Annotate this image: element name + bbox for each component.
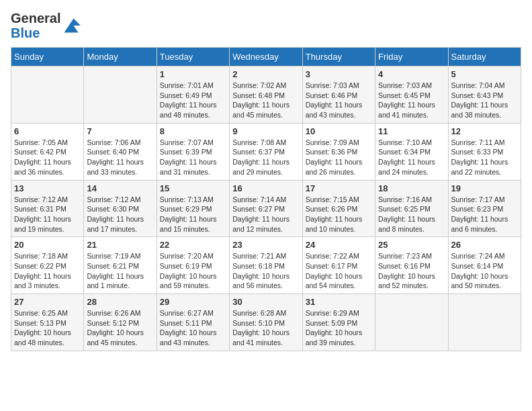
day-info: Sunrise: 7:24 AM Sunset: 6:14 PM Dayligh… [451,251,518,291]
day-info: Sunrise: 7:12 AM Sunset: 6:31 PM Dayligh… [14,195,81,234]
calendar-cell: 1Sunrise: 7:01 AM Sunset: 6:49 PM Daylig… [157,66,229,124]
calendar-cell: 26Sunrise: 7:24 AM Sunset: 6:14 PM Dayli… [448,237,521,294]
day-number: 28 [87,297,153,307]
day-info: Sunrise: 7:08 AM Sunset: 6:37 PM Dayligh… [232,138,299,177]
day-number: 8 [160,126,226,136]
calendar-cell: 2Sunrise: 7:02 AM Sunset: 6:48 PM Daylig… [230,66,302,124]
day-number: 1 [160,69,226,79]
day-number: 3 [306,69,372,79]
week-row-3: 13Sunrise: 7:12 AM Sunset: 6:31 PM Dayli… [11,180,521,237]
day-number: 24 [306,240,372,250]
day-number: 27 [14,297,81,307]
calendar-cell: 31Sunrise: 6:29 AM Sunset: 5:09 PM Dayli… [302,294,375,351]
day-of-week-tuesday: Tuesday [157,48,229,66]
day-info: Sunrise: 6:29 AM Sunset: 5:09 PM Dayligh… [306,308,372,348]
day-info: Sunrise: 7:06 AM Sunset: 6:40 PM Dayligh… [87,138,153,177]
day-number: 20 [14,240,81,250]
day-of-week-wednesday: Wednesday [230,48,302,66]
day-number: 31 [306,297,372,307]
calendar-cell: 24Sunrise: 7:22 AM Sunset: 6:17 PM Dayli… [302,237,375,294]
day-info: Sunrise: 7:13 AM Sunset: 6:29 PM Dayligh… [160,195,226,234]
calendar-cell: 20Sunrise: 7:18 AM Sunset: 6:22 PM Dayli… [11,237,84,294]
calendar-cell: 18Sunrise: 7:16 AM Sunset: 6:25 PM Dayli… [375,180,448,237]
day-info: Sunrise: 7:07 AM Sunset: 6:39 PM Dayligh… [160,138,226,177]
day-number: 10 [306,126,372,136]
day-number: 2 [232,69,299,79]
calendar-cell: 17Sunrise: 7:15 AM Sunset: 6:26 PM Dayli… [302,180,375,237]
calendar-cell: 9Sunrise: 7:08 AM Sunset: 6:37 PM Daylig… [230,123,302,180]
day-info: Sunrise: 7:19 AM Sunset: 6:21 PM Dayligh… [87,251,153,291]
logo: GeneralBlue [11,11,81,40]
logo-text: GeneralBlue [11,11,60,40]
day-info: Sunrise: 7:17 AM Sunset: 6:23 PM Dayligh… [451,195,518,234]
day-number: 17 [306,183,372,193]
svg-marker-0 [64,19,81,33]
day-number: 4 [378,69,445,79]
day-of-week-monday: Monday [84,48,157,66]
calendar-cell [448,294,521,351]
day-number: 15 [160,183,226,193]
calendar-cell: 29Sunrise: 6:27 AM Sunset: 5:11 PM Dayli… [157,294,229,351]
week-row-4: 20Sunrise: 7:18 AM Sunset: 6:22 PM Dayli… [11,237,521,294]
page-header: GeneralBlue [11,11,521,40]
day-info: Sunrise: 7:20 AM Sunset: 6:19 PM Dayligh… [160,251,226,291]
day-info: Sunrise: 6:28 AM Sunset: 5:10 PM Dayligh… [232,308,299,348]
day-info: Sunrise: 7:01 AM Sunset: 6:49 PM Dayligh… [160,81,226,120]
calendar-cell [84,66,157,124]
day-info: Sunrise: 7:04 AM Sunset: 6:43 PM Dayligh… [451,81,518,120]
day-number: 16 [232,183,299,193]
calendar-cell: 28Sunrise: 6:26 AM Sunset: 5:12 PM Dayli… [84,294,157,351]
day-of-week-thursday: Thursday [302,48,375,66]
day-number: 25 [378,240,445,250]
week-row-1: 1Sunrise: 7:01 AM Sunset: 6:49 PM Daylig… [11,66,521,124]
day-number: 7 [87,126,153,136]
day-info: Sunrise: 7:03 AM Sunset: 6:46 PM Dayligh… [306,81,372,120]
day-number: 18 [378,183,445,193]
week-row-5: 27Sunrise: 6:25 AM Sunset: 5:13 PM Dayli… [11,294,521,351]
header-row: SundayMondayTuesdayWednesdayThursdayFrid… [11,48,521,66]
calendar-cell: 15Sunrise: 7:13 AM Sunset: 6:29 PM Dayli… [157,180,229,237]
day-number: 26 [451,240,518,250]
calendar-cell: 14Sunrise: 7:12 AM Sunset: 6:30 PM Dayli… [84,180,157,237]
calendar-cell: 22Sunrise: 7:20 AM Sunset: 6:19 PM Dayli… [157,237,229,294]
day-info: Sunrise: 7:14 AM Sunset: 6:27 PM Dayligh… [232,195,299,234]
logo-icon [62,16,81,35]
day-info: Sunrise: 7:16 AM Sunset: 6:25 PM Dayligh… [378,195,445,234]
calendar-cell: 10Sunrise: 7:09 AM Sunset: 6:36 PM Dayli… [302,123,375,180]
calendar-cell: 11Sunrise: 7:10 AM Sunset: 6:34 PM Dayli… [375,123,448,180]
day-info: Sunrise: 7:11 AM Sunset: 6:33 PM Dayligh… [451,138,518,177]
day-info: Sunrise: 6:27 AM Sunset: 5:11 PM Dayligh… [160,308,226,348]
calendar-cell: 12Sunrise: 7:11 AM Sunset: 6:33 PM Dayli… [448,123,521,180]
calendar-cell: 3Sunrise: 7:03 AM Sunset: 6:46 PM Daylig… [302,66,375,124]
calendar-cell [11,66,84,124]
day-info: Sunrise: 7:05 AM Sunset: 6:42 PM Dayligh… [14,138,81,177]
day-number: 23 [232,240,299,250]
calendar-cell: 6Sunrise: 7:05 AM Sunset: 6:42 PM Daylig… [11,123,84,180]
day-info: Sunrise: 6:25 AM Sunset: 5:13 PM Dayligh… [14,308,81,348]
day-number: 22 [160,240,226,250]
calendar-cell: 19Sunrise: 7:17 AM Sunset: 6:23 PM Dayli… [448,180,521,237]
calendar-cell: 4Sunrise: 7:03 AM Sunset: 6:45 PM Daylig… [375,66,448,124]
calendar-cell: 23Sunrise: 7:21 AM Sunset: 6:18 PM Dayli… [230,237,302,294]
calendar-table: SundayMondayTuesdayWednesdayThursdayFrid… [11,47,521,351]
day-info: Sunrise: 7:23 AM Sunset: 6:16 PM Dayligh… [378,251,445,291]
calendar-cell: 27Sunrise: 6:25 AM Sunset: 5:13 PM Dayli… [11,294,84,351]
week-row-2: 6Sunrise: 7:05 AM Sunset: 6:42 PM Daylig… [11,123,521,180]
day-number: 5 [451,69,518,79]
day-number: 11 [378,126,445,136]
day-number: 14 [87,183,153,193]
day-info: Sunrise: 7:09 AM Sunset: 6:36 PM Dayligh… [306,138,372,177]
day-of-week-friday: Friday [375,48,448,66]
day-number: 29 [160,297,226,307]
day-info: Sunrise: 7:15 AM Sunset: 6:26 PM Dayligh… [306,195,372,234]
day-info: Sunrise: 7:18 AM Sunset: 6:22 PM Dayligh… [14,251,81,291]
calendar-cell [375,294,448,351]
day-info: Sunrise: 7:10 AM Sunset: 6:34 PM Dayligh… [378,138,445,177]
day-number: 6 [14,126,81,136]
calendar-cell: 7Sunrise: 7:06 AM Sunset: 6:40 PM Daylig… [84,123,157,180]
day-number: 30 [232,297,299,307]
calendar-cell: 13Sunrise: 7:12 AM Sunset: 6:31 PM Dayli… [11,180,84,237]
calendar-cell: 21Sunrise: 7:19 AM Sunset: 6:21 PM Dayli… [84,237,157,294]
day-number: 9 [232,126,299,136]
day-info: Sunrise: 6:26 AM Sunset: 5:12 PM Dayligh… [87,308,153,348]
